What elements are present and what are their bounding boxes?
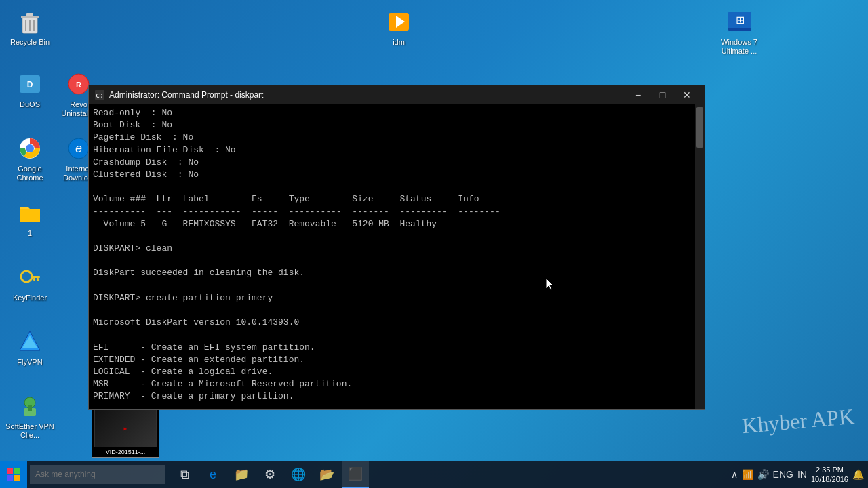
desktop-icon-keyfinder[interactable]: KeyFinder xyxy=(3,261,57,305)
cmd-title-text: Administrator: Command Prompt - diskpart xyxy=(109,90,626,100)
svg-text:e: e xyxy=(75,142,82,155)
svg-rect-33 xyxy=(14,475,20,481)
taskbar-search[interactable] xyxy=(30,465,165,484)
svg-rect-17 xyxy=(33,278,35,281)
desktop-icon-windows7[interactable]: ⊞ Windows 7 Ultimate ... xyxy=(712,5,766,58)
tray-notification-icon[interactable]: 🔔 xyxy=(852,469,864,480)
cmd-titlebar: c: Administrator: Command Prompt - diskp… xyxy=(89,85,705,104)
taskbar-tray: ∧ 📶 🔊 ENG IN 2:35 PM 10/18/2016 🔔 xyxy=(727,465,868,485)
flyvpn-label: FlyVPN xyxy=(17,358,42,367)
cmd-window-controls: − □ ✕ xyxy=(626,85,699,104)
desktop-icon-folder1[interactable]: 1 xyxy=(3,197,57,241)
desktop-icon-idm[interactable]: idm xyxy=(372,5,426,49)
tray-volume-icon[interactable]: 🔊 xyxy=(757,469,769,480)
taskbar-chrome-btn[interactable]: 🌐 xyxy=(285,461,312,488)
cmd-output[interactable]: Read-only : No Boot Disk : No Pagefile D… xyxy=(89,104,695,409)
taskbar: ⧉ e 📁 ⚙ 🌐 📂 ⬛ ∧ 📶 🔊 ENG IN 2:35 PM 10/18… xyxy=(0,461,868,488)
svg-rect-22 xyxy=(28,405,32,411)
taskbar-clock[interactable]: 2:35 PM 10/18/2016 xyxy=(811,465,848,485)
svg-point-14 xyxy=(21,271,32,282)
idm-label: idm xyxy=(393,38,405,47)
desktop-icon-recycle-bin[interactable]: Recycle Bin xyxy=(3,5,57,49)
taskbar-settings-btn[interactable]: ⚙ xyxy=(256,461,283,488)
taskbar-edge-btn[interactable]: e xyxy=(199,461,226,488)
svg-rect-15 xyxy=(31,276,40,278)
softether-icon xyxy=(16,392,43,420)
tray-lang-text[interactable]: ENG xyxy=(773,469,793,480)
svg-rect-26 xyxy=(728,28,751,30)
recycle-bin-icon xyxy=(16,8,43,35)
clock-date: 10/18/2016 xyxy=(811,474,848,484)
recycle-bin-label: Recycle Bin xyxy=(10,38,50,47)
chrome-label: Google Chrome xyxy=(5,165,54,182)
clock-time: 2:35 PM xyxy=(811,465,848,474)
taskbar-pinned-icons: ⧉ e 📁 ⚙ 🌐 📂 ⬛ xyxy=(171,461,727,488)
tray-network-icon[interactable]: 📶 xyxy=(742,469,753,480)
folder1-icon xyxy=(16,199,43,226)
cmd-maximize-button[interactable]: □ xyxy=(650,85,675,104)
svg-rect-31 xyxy=(14,468,20,474)
desktop-icon-softether[interactable]: SoftEther VPN Clie... xyxy=(3,390,57,443)
tray-up-arrow[interactable]: ∧ xyxy=(731,469,738,480)
svg-text:c:: c: xyxy=(96,92,104,99)
cmd-close-button[interactable]: ✕ xyxy=(675,85,699,104)
svg-rect-32 xyxy=(7,475,13,481)
svg-rect-2 xyxy=(26,13,33,16)
keyfinder-icon xyxy=(16,264,43,291)
cmd-scroll-thumb[interactable] xyxy=(696,107,703,148)
taskbar-task-view[interactable]: ⧉ xyxy=(171,461,198,488)
taskbar-cmd-btn[interactable]: ⬛ xyxy=(342,461,369,488)
svg-text:⊞: ⊞ xyxy=(736,14,745,26)
thumbnail-preview: ▶ xyxy=(94,409,157,447)
svg-rect-30 xyxy=(7,468,13,474)
svg-rect-16 xyxy=(37,278,39,281)
taskbar-explorer-btn[interactable]: 📁 xyxy=(228,461,255,488)
cmd-body: Read-only : No Boot Disk : No Pagefile D… xyxy=(89,104,705,409)
desktop-icon-duos[interactable]: D DuOS xyxy=(3,68,57,112)
cmd-minimize-button[interactable]: − xyxy=(626,85,650,104)
watermark: Khyber APK xyxy=(741,404,855,439)
flyvpn-icon xyxy=(16,328,43,355)
desktop: Recycle Bin D DuOS R Revo Uninstall... xyxy=(0,0,868,488)
keyfinder-label: KeyFinder xyxy=(13,293,47,302)
folder1-label: 1 xyxy=(28,229,32,238)
duos-icon: D xyxy=(16,70,43,98)
chrome-icon xyxy=(16,135,43,162)
svg-text:R: R xyxy=(76,81,81,89)
taskbar-folder2-btn[interactable]: 📂 xyxy=(313,461,340,488)
duos-label: DuOS xyxy=(20,100,40,109)
svg-point-11 xyxy=(26,144,34,152)
cmd-window-icon: c: xyxy=(94,89,105,100)
softether-label: SoftEther VPN Clie... xyxy=(5,422,54,440)
svg-text:D: D xyxy=(27,80,33,89)
desktop-icon-flyvpn[interactable]: FlyVPN xyxy=(3,325,57,369)
tray-locale-text[interactable]: IN xyxy=(797,469,807,480)
windows7-icon: ⊞ xyxy=(726,8,753,35)
cmd-scrollbar[interactable] xyxy=(695,104,705,409)
windows7-label: Windows 7 Ultimate ... xyxy=(715,38,764,56)
idm-icon xyxy=(385,8,412,35)
start-button[interactable] xyxy=(0,461,27,488)
desktop-icon-chrome[interactable]: Google Chrome xyxy=(3,132,57,185)
taskbar-thumbnail[interactable]: ▶ VID-201511-... xyxy=(92,407,159,458)
cmd-window: c: Administrator: Command Prompt - diskp… xyxy=(88,85,705,410)
thumbnail-label: VID-201511-... xyxy=(104,447,147,457)
